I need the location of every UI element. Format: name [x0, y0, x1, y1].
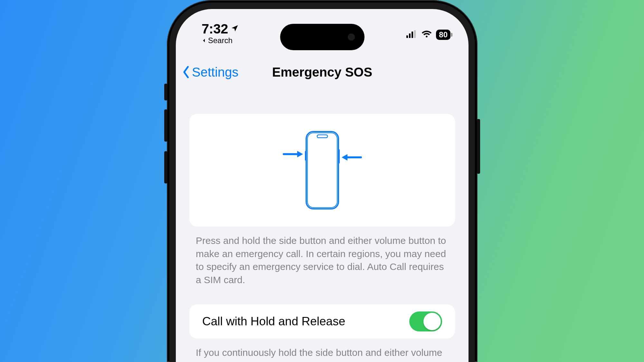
svg-rect-7	[305, 151, 307, 161]
svg-marker-12	[342, 154, 347, 161]
setting-footer-hold-release: If you continuously hold the side button…	[196, 346, 449, 362]
svg-rect-0	[406, 35, 408, 38]
battery-indicator: 80	[436, 30, 450, 40]
svg-rect-6	[317, 135, 327, 138]
content-scroll[interactable]: Press and hold the side button and eithe…	[176, 91, 469, 362]
status-time: 7:32	[202, 21, 228, 37]
svg-rect-4	[306, 132, 338, 209]
phone-frame: 7:32 Search	[167, 0, 478, 362]
volume-up-button-icon	[164, 109, 167, 142]
svg-marker-10	[297, 151, 303, 157]
svg-rect-3	[414, 30, 416, 38]
volume-down-button-icon	[164, 151, 167, 183]
setting-row-hold-release[interactable]: Call with Hold and Release	[189, 304, 455, 339]
toggle-knob	[423, 313, 441, 330]
page-background: 7:32 Search	[0, 0, 644, 362]
sos-illustration-footer: Press and hold the side button and eithe…	[196, 234, 449, 286]
wifi-icon	[421, 30, 432, 40]
ringer-switch-icon	[164, 84, 167, 100]
location-icon	[231, 24, 239, 34]
svg-rect-5	[308, 133, 337, 208]
page-title: Emergency SOS	[176, 65, 469, 79]
breadcrumb-back-label: Search	[208, 36, 232, 45]
toggle-hold-release[interactable]	[409, 311, 442, 331]
phone-press-illustration-icon	[274, 128, 371, 212]
svg-rect-2	[412, 32, 413, 38]
side-button-icon	[477, 119, 480, 174]
sos-illustration-card	[189, 114, 455, 227]
svg-rect-1	[409, 33, 411, 38]
setting-label-hold-release: Call with Hold and Release	[202, 315, 345, 328]
svg-rect-8	[338, 149, 340, 163]
status-bar: 7:32 Search	[176, 21, 469, 44]
breadcrumb-back[interactable]: Search	[202, 36, 232, 45]
nav-bar: Settings Emergency SOS	[176, 60, 469, 84]
cellular-icon	[406, 30, 417, 40]
phone-screen: 7:32 Search	[176, 9, 469, 362]
